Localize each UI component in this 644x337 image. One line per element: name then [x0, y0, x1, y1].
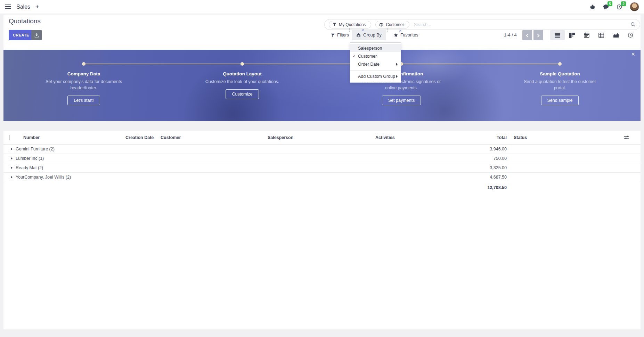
pager-previous-button[interactable]	[522, 30, 532, 40]
search-input[interactable]	[414, 22, 626, 27]
chevron-right-icon	[536, 34, 540, 37]
group-total: 3,325.00	[490, 165, 507, 170]
column-header-creation-date[interactable]: Creation Date	[125, 135, 161, 140]
customize-button[interactable]: Customize	[226, 89, 259, 99]
activities-button[interactable]: 2	[617, 4, 622, 10]
facet-label: Customer	[386, 22, 404, 27]
remove-facet-my-quotations-icon[interactable]: ×	[361, 28, 364, 32]
debug-bug-icon[interactable]	[590, 4, 595, 10]
menu-separator	[350, 70, 401, 71]
expand-caret-icon	[11, 148, 13, 150]
menu-item-label: Order Date	[358, 62, 380, 67]
control-panel: Quotations CREATE My Quotations Customer	[3, 15, 641, 50]
menu-item-label: Customer	[358, 54, 377, 59]
pager-range: 1-4 / 4	[504, 32, 517, 38]
remove-facet-customer-icon[interactable]: ×	[399, 28, 402, 33]
kanban-view-button[interactable]	[565, 30, 579, 40]
send-sample-button[interactable]: Send sample	[541, 96, 579, 105]
group-row-yourcompany-joel-willis[interactable]: YourCompany, Joel Willis (2) 4,687.50	[3, 173, 641, 182]
group-row-lumber-inc[interactable]: Lumber Inc (1) 750.00	[3, 154, 641, 163]
group-name: Gemini Furniture (2)	[16, 147, 55, 151]
timeline-dot	[558, 62, 562, 66]
group-name: YourCompany, Joel Willis (2)	[16, 175, 71, 180]
column-header-total[interactable]: Total	[417, 135, 507, 140]
group-row-ready-mat[interactable]: Ready Mat (2) 3,325.00	[3, 163, 641, 173]
menu-item-add-custom-group[interactable]: Add Custom Group	[350, 72, 401, 80]
calendar-view-button[interactable]	[579, 30, 594, 40]
header-cell	[3, 135, 23, 140]
facet-my-quotations[interactable]: My Quotations	[329, 21, 371, 28]
group-name: Lumber Inc (1)	[16, 156, 44, 161]
menu-item-salesperson[interactable]: Salesperson	[350, 44, 401, 52]
filters-button[interactable]: Filters	[326, 30, 353, 40]
layers-icon	[379, 23, 383, 27]
messages-button[interactable]: 5	[603, 4, 609, 10]
navbar-left: Sales +	[5, 4, 39, 10]
step-title: Sample Quotation	[520, 71, 600, 76]
graph-icon	[613, 33, 619, 38]
user-avatar[interactable]	[630, 2, 639, 11]
list-view-button[interactable]	[550, 30, 565, 40]
menu-item-order-date[interactable]: Order Date	[350, 60, 401, 68]
search-bar[interactable]: My Quotations Customer	[324, 19, 640, 30]
favorites-label: Favorites	[400, 33, 418, 38]
pivot-view-button[interactable]	[594, 30, 609, 40]
menu-item-label: Add Custom Group	[358, 74, 395, 79]
odoo-sales-screen: Sales + 5	[0, 0, 644, 337]
export-button[interactable]	[31, 30, 42, 40]
onboarding-step-company-data: Company Data Set your company's data for…	[44, 71, 124, 105]
kanban-icon	[569, 33, 575, 38]
filters-label: Filters	[337, 33, 349, 38]
create-button[interactable]: CREATE	[9, 30, 33, 40]
set-payments-button[interactable]: Set payments	[382, 96, 421, 105]
quotations-list: Number Creation Date Customer Salesperso…	[3, 131, 641, 329]
onboarding-step-sample-quotation: Sample Quotation Send a quotation to tes…	[520, 71, 600, 105]
filter-icon	[331, 33, 335, 37]
group-by-label: Group By	[363, 33, 382, 38]
column-header-salesperson[interactable]: Salesperson	[268, 135, 375, 140]
lets-start-button[interactable]: Let's start!	[67, 96, 100, 105]
step-description: Send a quotation to test the customer po…	[520, 79, 600, 91]
onboarding-timeline	[84, 64, 560, 64]
group-total: 3,946.00	[490, 147, 507, 151]
facet-customer[interactable]: Customer	[375, 21, 409, 28]
separator	[387, 28, 388, 32]
activity-view-button[interactable]	[623, 30, 638, 40]
step-description: Customize the look of your quotations.	[202, 79, 282, 85]
step-title: Company Data	[44, 71, 124, 76]
pager-next-button[interactable]	[533, 30, 543, 40]
menu-item-customer[interactable]: ✓ Customer	[350, 52, 401, 60]
pivot-icon	[598, 33, 604, 38]
search-icon[interactable]	[630, 22, 636, 27]
graph-view-button[interactable]	[609, 30, 623, 40]
plus-icon[interactable]: +	[35, 4, 39, 10]
group-row-gemini-furniture[interactable]: Gemini Furniture (2) 3,946.00	[3, 145, 641, 154]
column-header-number[interactable]: Number	[23, 135, 125, 140]
timeline-dot	[241, 62, 244, 66]
download-icon	[34, 33, 39, 38]
column-header-customer[interactable]: Customer	[161, 135, 268, 140]
filter-icon	[333, 23, 336, 26]
facet-label: My Quotations	[339, 22, 366, 27]
group-by-button[interactable]: Group By	[352, 30, 386, 40]
column-header-activities[interactable]: Activities	[375, 135, 417, 140]
optional-columns-button[interactable]	[624, 135, 641, 140]
hamburger-menu-icon[interactable]	[5, 5, 11, 9]
grand-total: 12,708.50	[487, 185, 507, 190]
app-title[interactable]: Sales	[16, 4, 30, 10]
menu-item-label: Salesperson	[358, 46, 382, 51]
calendar-icon	[584, 32, 589, 38]
timeline-dot	[82, 62, 85, 66]
favorites-button[interactable]: Favorites	[389, 30, 423, 40]
banner-close-icon[interactable]: ×	[631, 51, 635, 57]
column-header-status[interactable]: Status	[507, 135, 624, 140]
messages-count-badge: 5	[608, 1, 612, 7]
list-header-row: Number Creation Date Customer Salesperso…	[3, 131, 641, 145]
step-description: Set your company's data for documents he…	[44, 79, 124, 91]
expand-caret-icon	[11, 157, 13, 160]
layers-icon	[356, 33, 361, 38]
sliders-icon	[624, 135, 629, 140]
star-icon	[394, 33, 398, 37]
select-all-checkbox[interactable]	[9, 135, 10, 140]
list-footer-row: 12,708.50	[3, 182, 641, 193]
